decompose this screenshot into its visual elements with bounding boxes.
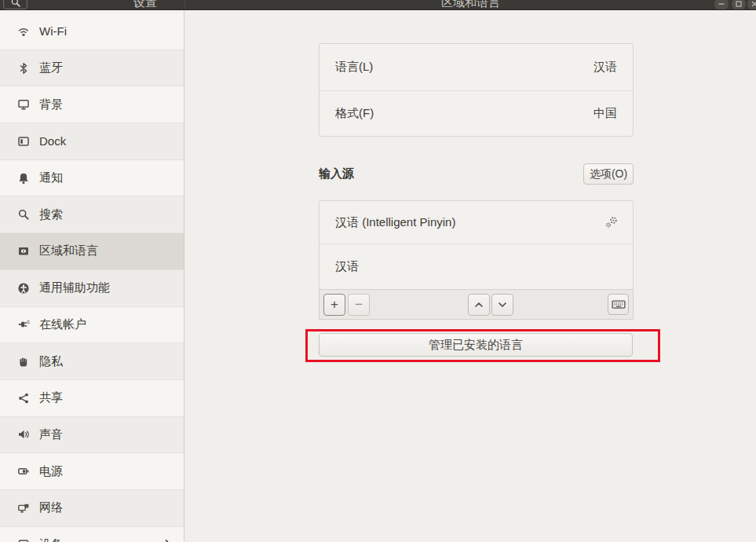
sidebar-item-label: 电源 — [39, 464, 63, 479]
region-language-panel: 语言(L) 汉语 格式(F) 中国 输入源 选项(O) 汉语 (Intellig… — [185, 10, 756, 542]
format-row[interactable]: 格式(F) 中国 — [320, 90, 633, 137]
sidebar-item-search[interactable]: 搜索 — [0, 196, 184, 233]
search-icon — [17, 208, 30, 221]
sidebar-item-power[interactable]: 电源 — [0, 453, 184, 490]
minimize-icon — [717, 0, 726, 9]
input-source-settings-icon[interactable] — [604, 215, 619, 229]
search-button[interactable] — [3, 0, 27, 9]
sidebar-item-sharing[interactable]: 共享 — [0, 380, 184, 417]
accessibility-icon — [17, 282, 30, 295]
move-down-button[interactable] — [491, 294, 513, 316]
manage-installed-languages-button[interactable]: 管理已安装的语言 — [319, 333, 633, 357]
input-sources-toolbar: + − — [319, 289, 634, 320]
add-input-source-button[interactable]: + — [323, 294, 345, 316]
sidebar-item-label: 通知 — [39, 170, 63, 185]
sidebar-item-label: 通用辅助功能 — [39, 280, 110, 295]
sidebar-item-label: 设备 — [39, 537, 63, 542]
language-row[interactable]: 语言(L) 汉语 — [320, 44, 633, 90]
power-battery-icon — [17, 465, 30, 478]
chevron-right-icon — [162, 538, 174, 542]
region-language-flag-icon — [17, 245, 30, 258]
sidebar-item-sound[interactable]: 声音 — [0, 417, 184, 454]
sidebar-item-dock[interactable]: Dock — [0, 123, 184, 160]
dock-icon — [17, 135, 30, 148]
search-icon — [10, 0, 21, 8]
input-source-label: 汉语 (Intelligent Pinyin) — [335, 215, 455, 230]
sidebar-item-notifications[interactable]: 通知 — [0, 160, 184, 197]
format-value: 中国 — [593, 106, 617, 121]
input-options-button[interactable]: 选项(O) — [583, 163, 634, 185]
sidebar-item-privacy[interactable]: 隐私 — [0, 343, 184, 380]
sidebar-item-label: 隐私 — [39, 354, 63, 369]
sidebar-item-background[interactable]: 背景 — [0, 86, 184, 123]
sidebar-item-label: 背景 — [39, 97, 63, 112]
minimize-button[interactable] — [714, 0, 729, 10]
network-icon — [17, 502, 30, 515]
privacy-hand-icon — [17, 355, 30, 368]
sidebar-item-devices-partial[interactable]: 设备 — [0, 527, 184, 542]
sidebar-item-wifi[interactable]: Wi-Fi — [0, 13, 184, 50]
share-icon — [17, 392, 30, 405]
sidebar-item-label: 区域和语言 — [39, 244, 98, 258]
svg-text:s: s — [27, 319, 30, 324]
sound-speaker-icon — [17, 428, 30, 441]
input-sources-title: 输入源 — [319, 167, 354, 181]
input-sources-list: 汉语 (Intelligent Pinyin) 汉语 — [319, 200, 634, 290]
sidebar-item-label: 声音 — [39, 427, 63, 442]
input-sources-header: 输入源 选项(O) — [319, 163, 634, 185]
bluetooth-icon — [17, 62, 30, 75]
language-value: 汉语 — [593, 60, 617, 75]
sidebar-item-region-language[interactable]: 区域和语言 — [0, 233, 184, 270]
maximize-button[interactable] — [732, 0, 746, 10]
language-label: 语言(L) — [335, 60, 373, 75]
show-keyboard-layout-button[interactable] — [608, 294, 629, 315]
chevron-down-icon — [496, 298, 509, 311]
remove-input-source-button[interactable]: − — [348, 294, 370, 316]
keyboard-icon — [612, 298, 626, 310]
chevron-up-icon — [473, 298, 485, 311]
page-title: 区域和语言 — [185, 0, 756, 10]
sidebar-item-label: 在线帐户 — [39, 317, 86, 332]
settings-sidebar: Wi-Fi 蓝牙 背景 Dock — [0, 10, 184, 542]
devices-icon — [17, 538, 30, 542]
input-source-row[interactable]: 汉语 (Intelligent Pinyin) — [320, 201, 633, 244]
input-source-label: 汉语 — [335, 259, 359, 274]
sidebar-item-network[interactable]: 网络 — [0, 490, 184, 527]
sidebar-item-label: Wi-Fi — [39, 24, 67, 38]
close-icon — [750, 0, 756, 9]
move-up-button[interactable] — [468, 294, 490, 316]
wifi-icon — [17, 25, 30, 38]
background-icon — [17, 98, 30, 111]
close-button[interactable] — [747, 0, 756, 10]
app-title: 设置 — [110, 0, 181, 10]
language-format-card: 语言(L) 汉语 格式(F) 中国 — [319, 43, 634, 137]
notifications-bell-icon — [17, 172, 30, 185]
sidebar-item-online-accounts[interactable]: s 在线帐户 — [0, 307, 184, 344]
format-label: 格式(F) — [335, 106, 374, 121]
sidebar-item-universal-access[interactable]: 通用辅助功能 — [0, 270, 184, 307]
online-accounts-plug-icon: s — [17, 318, 30, 331]
sidebar-item-label: 蓝牙 — [39, 60, 63, 75]
sidebar-item-label: 搜索 — [39, 207, 63, 222]
sidebar-item-label: 网络 — [39, 500, 63, 515]
maximize-icon — [734, 0, 743, 9]
sidebar-item-label: 共享 — [39, 390, 63, 405]
sidebar-item-bluetooth[interactable]: 蓝牙 — [0, 50, 184, 87]
titlebar: 设置 区域和语言 — [0, 0, 756, 10]
sidebar-item-label: Dock — [39, 134, 66, 148]
input-source-row[interactable]: 汉语 — [320, 244, 633, 289]
